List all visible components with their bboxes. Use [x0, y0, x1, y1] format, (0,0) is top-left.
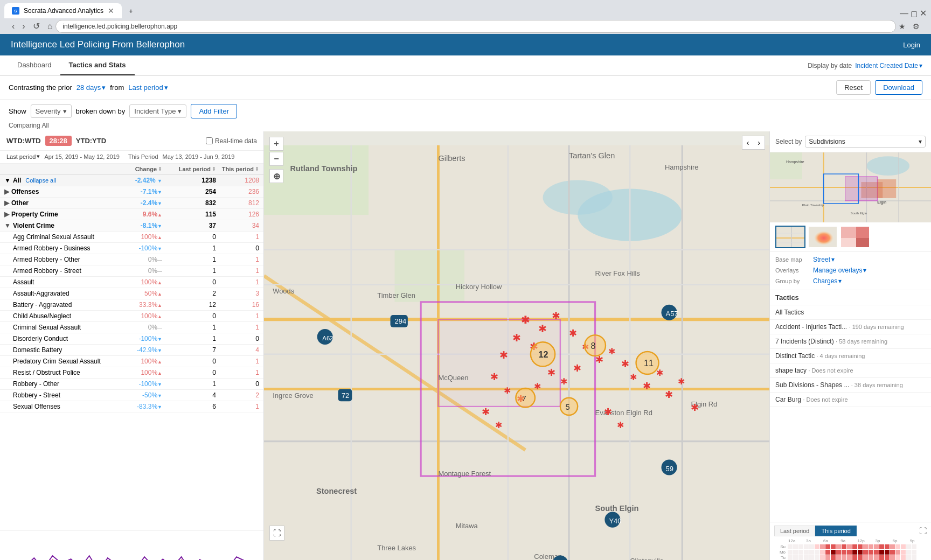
- maximize-button[interactable]: ▢: [911, 8, 918, 18]
- tactic-item[interactable]: Car Burg · Does not expire: [770, 393, 931, 407]
- group-by-dropdown[interactable]: Charges ▾: [813, 277, 842, 285]
- change-arrow-icon: ▼: [157, 348, 162, 353]
- change-arrow-icon: ▼: [157, 190, 162, 195]
- heat-tab-this-period[interactable]: This period: [815, 526, 856, 536]
- home-button[interactable]: ⌂: [44, 19, 56, 33]
- extensions-button[interactable]: ⚙: [910, 20, 922, 32]
- svg-text:✱: ✱: [495, 420, 502, 430]
- row-this-period: 3: [216, 290, 259, 297]
- row-name-label: Disorderly Conduct: [13, 335, 68, 342]
- severity-dropdown[interactable]: Severity ▾: [31, 104, 72, 118]
- select-by-dropdown[interactable]: Subdivisions ▾: [805, 136, 926, 148]
- bookmark-button[interactable]: ★: [896, 20, 908, 32]
- zoom-in-button[interactable]: +: [269, 137, 283, 151]
- heat-tab-last-period[interactable]: Last period: [774, 526, 815, 536]
- incident-type-dropdown[interactable]: Incident Type ▾: [129, 104, 186, 118]
- forward-button[interactable]: ›: [19, 19, 28, 33]
- row-this-period: 1: [216, 267, 259, 275]
- all-tactics-item[interactable]: All Tactics: [770, 305, 931, 320]
- col-header-last-period[interactable]: Last period ⇕: [162, 166, 216, 172]
- tactic-item[interactable]: Distinct Tactic · 4 days remaining: [770, 349, 931, 363]
- display-by-dropdown[interactable]: Incident Created Date ▾: [855, 62, 922, 69]
- svg-text:✱: ✱: [482, 407, 490, 417]
- last-period-button[interactable]: Last period ▾: [6, 153, 40, 160]
- table-row: Predatory Crim Sexual Assault 100%▲ 0 1: [0, 356, 263, 367]
- tab-tactics-stats[interactable]: Tactics and Stats: [60, 55, 135, 75]
- heatmap-cell: [793, 550, 798, 555]
- row-name-label: Assault-Aggravated: [13, 290, 70, 297]
- all-row-name: ▼ All Collapse all: [4, 177, 108, 184]
- time-label: [829, 538, 835, 543]
- heat-expand-button[interactable]: ⛶: [919, 527, 927, 535]
- change-arrow-icon: ▲: [157, 359, 162, 365]
- fullscreen-button[interactable]: ⛶: [269, 526, 284, 541]
- row-name-label: Armed Robbery - Street: [13, 267, 81, 275]
- row-change: -42.9%▼: [108, 346, 162, 354]
- compass-button[interactable]: ⊕: [269, 169, 283, 183]
- map-view-choropleth[interactable]: [840, 226, 870, 248]
- wtd-label: WTD:WTD: [6, 137, 41, 145]
- heatmap-cell: [842, 550, 846, 555]
- heatmap-cell: [901, 544, 906, 549]
- col-this-period-label: This period: [222, 166, 254, 172]
- row-name-label: Resist / Obstruct Police: [13, 369, 80, 376]
- tactic-item[interactable]: Sub Divisions - Shapes ... · 38 days rem…: [770, 378, 931, 393]
- svg-text:Woods: Woods: [273, 287, 294, 295]
- overlays-dropdown[interactable]: Manage overlays ▾: [813, 267, 866, 274]
- tactic-item[interactable]: Accident - Injuries Tacti... · 190 days …: [770, 320, 931, 334]
- tactic-name: Accident - Injuries Tacti...: [775, 323, 847, 331]
- svg-text:Hampshire: Hampshire: [786, 160, 804, 164]
- row-last-period: 115: [162, 211, 216, 218]
- all-last-period: 1238: [162, 177, 216, 184]
- realtime-check[interactable]: Real-time data: [206, 137, 257, 145]
- map-next-button[interactable]: ›: [753, 136, 765, 149]
- download-button[interactable]: Download: [875, 80, 922, 95]
- address-input[interactable]: [55, 20, 896, 33]
- zoom-out-button[interactable]: −: [269, 152, 283, 166]
- back-button[interactable]: ‹: [9, 19, 18, 33]
- reset-button[interactable]: Reset: [836, 80, 871, 95]
- close-button[interactable]: ✕: [920, 8, 927, 18]
- realtime-checkbox[interactable]: [206, 137, 213, 144]
- map-prev-button[interactable]: ‹: [742, 136, 754, 149]
- svg-text:✱: ✱: [621, 359, 629, 369]
- table-row: Armed Robbery - Business -100%▼ 1 0: [0, 243, 263, 254]
- map-view-street[interactable]: [775, 226, 805, 248]
- expand-icon: ▶: [4, 199, 9, 207]
- new-tab-button[interactable]: +: [123, 4, 139, 18]
- svg-text:McQueen: McQueen: [438, 374, 468, 382]
- time-label: 9a: [840, 538, 846, 543]
- period-filter-link[interactable]: Last period ▾: [128, 83, 168, 92]
- base-map-dropdown[interactable]: Street ▾: [813, 256, 835, 263]
- login-button[interactable]: Login: [903, 41, 920, 49]
- choropleth-view-icon: [841, 227, 870, 248]
- heatmap-cell: [847, 544, 852, 549]
- row-this-period: 16: [216, 301, 259, 309]
- svg-text:✱: ✱: [569, 328, 577, 339]
- heatmap-cell: [858, 550, 863, 555]
- map-view-heatmap[interactable]: [808, 226, 838, 248]
- heatmap-cell: [820, 555, 825, 560]
- row-name: Battery - Aggravated: [4, 301, 108, 309]
- heatmap-cell: [912, 544, 916, 549]
- collapse-all-button[interactable]: Collapse all: [25, 177, 56, 184]
- col-header-change[interactable]: Change ⇕: [108, 166, 162, 172]
- add-filter-button[interactable]: Add Filter: [191, 104, 237, 118]
- table-row-all: ▼ All Collapse all -2.42% 1238 1208: [0, 175, 263, 186]
- app-header: Intelligence Led Policing From Belleroph…: [0, 34, 931, 55]
- change-arrow-icon: —: [157, 269, 162, 274]
- row-last-period: 7: [162, 346, 216, 354]
- tactic-item[interactable]: shape tacy · Does not expire: [770, 363, 931, 378]
- days-filter-link[interactable]: 28 days ▾: [77, 83, 106, 92]
- tab-dashboard[interactable]: Dashboard: [9, 55, 60, 75]
- minimize-button[interactable]: —: [900, 8, 908, 18]
- time-label: 12p: [857, 538, 863, 543]
- tactic-item[interactable]: 7 Incidents (Distinct) · 58 days remaini…: [770, 334, 931, 349]
- right-panel: Select by Subdivisions ▾ Hampshi: [769, 131, 931, 560]
- col-header-this-period[interactable]: This period ⇕: [216, 166, 259, 172]
- reload-button[interactable]: ↺: [30, 19, 43, 33]
- table-row: Domestic Battery -42.9%▼ 7 4: [0, 345, 263, 356]
- tab-close-button[interactable]: ✕: [108, 6, 114, 15]
- svg-text:Y40: Y40: [609, 517, 621, 525]
- map-view-options: [770, 222, 931, 252]
